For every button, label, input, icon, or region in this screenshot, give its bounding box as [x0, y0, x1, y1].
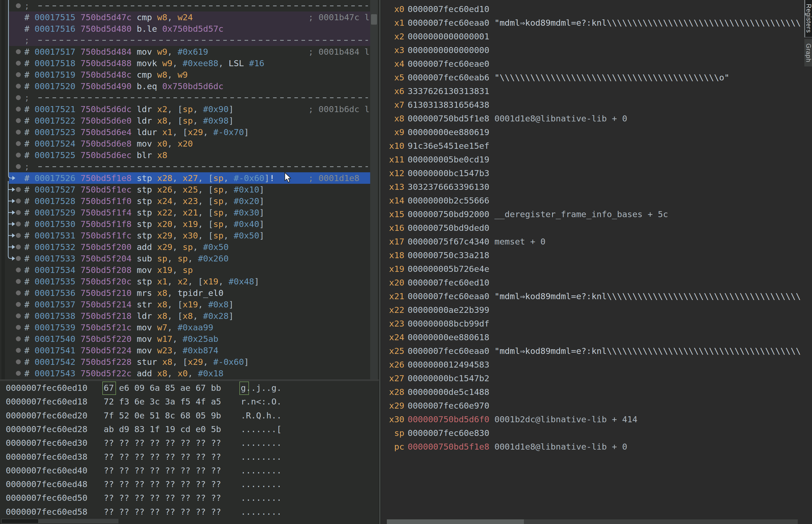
- hex-horizontal-scrollbar[interactable]: [0, 519, 379, 524]
- register-name: x24: [381, 330, 404, 344]
- register-row: x2700000000bc1547b2: [381, 372, 804, 385]
- register-name: x1: [381, 16, 404, 30]
- disasm-line[interactable]: # 00017541 750bd5f224 mov w23, #0xb874: [9, 345, 370, 356]
- disasm-line[interactable]: # 00017530 750bd5f1f8 stp x20, x19, [sp,…: [9, 218, 370, 230]
- hex-row[interactable]: 0000007fec60ed40?? ?? ?? ?? ?? ?? ?? ??.…: [0, 463, 379, 477]
- disasm-line[interactable]: # 00017520 750bd5d490 b.eq 0x750bd5d6dc: [9, 80, 370, 92]
- register-name: x7: [381, 98, 404, 112]
- register-value: 0000007fec60eab6: [408, 72, 489, 82]
- hex-row[interactable]: 0000007fec60ed28ab d9 83 1f 19 cd e0 5b.…: [0, 422, 379, 436]
- hex-address: 0000007fec60ed40: [6, 463, 87, 477]
- register-name: x14: [381, 194, 404, 207]
- hex-row[interactable]: 0000007fec60ed50?? ?? ?? ?? ?? ?? ?? ??.…: [0, 491, 379, 505]
- register-name: x30: [381, 412, 404, 426]
- register-row: x23000000008bcb99df: [381, 317, 804, 330]
- register-string: "mdml⇒kod89mdml=e?:knl\\\\\\\\\\\\\\\\\\…: [494, 18, 801, 28]
- disasm-line[interactable]: # 00017537 750bd5f214 str x8, [x19, #0x8…: [9, 299, 370, 310]
- hex-bytes: ab d9 83 1f 19 cd e0 5b: [104, 422, 221, 436]
- scrollbar-track[interactable]: [38, 519, 118, 523]
- register-name: x28: [381, 385, 404, 399]
- register-row: x250000007fec60eaa0 "mdml⇒kod89mdml=e?:k…: [381, 344, 804, 358]
- hex-row[interactable]: 0000007fec60ed1067 e6 09 6a 85 ae 67 bbg…: [0, 381, 379, 395]
- disasm-line[interactable]: # 00017532 750bd5f200 add x29, sp, #0x50: [9, 241, 370, 253]
- block-divider-dashes: [38, 97, 368, 98]
- hex-row[interactable]: 0000007fec60ed30?? ?? ?? ?? ?? ?? ?? ??.…: [0, 436, 379, 449]
- disasm-line[interactable]: # 00017538 750bd5f218 ldr x8, [x8, #0x28…: [9, 310, 370, 322]
- register-value: 0000000000000001: [408, 31, 489, 41]
- disasm-separator[interactable]: ;: [9, 0, 370, 12]
- tab-graph[interactable]: Graph: [804, 39, 812, 66]
- disasm-line[interactable]: # 00017536 750bd5f210 mrs x8, tpidr_el0: [9, 287, 370, 299]
- register-value: 0000007fec60eaa0: [408, 346, 489, 356]
- disasm-separator[interactable]: ;: [9, 34, 370, 46]
- scrollbar-thumb[interactable]: [371, 14, 377, 24]
- hex-row[interactable]: 0000007fec60ed207f 52 0e 51 8c 68 05 9b.…: [0, 409, 379, 422]
- hex-ascii: .R.Q.h..: [241, 409, 281, 422]
- disasm-line[interactable]: # 00017528 750bd5f1f0 stp x24, x23, [sp,…: [9, 195, 370, 207]
- register-value: 000000750c33a218: [408, 250, 489, 260]
- disasm-line[interactable]: # 00017525 750bd5d6ec blr x8: [9, 149, 370, 161]
- disassembly-pane: ;# 00017515 750bd5d47c cmp w8, w24; 0001…: [0, 0, 379, 379]
- hex-row[interactable]: 0000007fec60ed58?? ?? ?? ?? ?? ?? ?? ??.…: [0, 505, 379, 519]
- block-divider-dashes: [38, 40, 368, 41]
- disasm-line[interactable]: # 00017519 750bd5d48c cmp w8, w9: [9, 69, 370, 80]
- hex-address: 0000007fec60ed18: [6, 395, 87, 408]
- hex-bytes: ?? ?? ?? ?? ?? ?? ?? ??: [104, 505, 221, 519]
- disasm-line[interactable]: # 00017518 750bd5d488 movk w9, #0xee88, …: [9, 58, 370, 69]
- disasm-line[interactable]: # 00017542 750bd5f228 stur x8, [x29, #-0…: [9, 356, 370, 367]
- register-string: "\\\\\\\\\\\\\\\\\\\\\\\\\\\\\\\\\\\\\\\…: [494, 72, 729, 82]
- register-name: x0: [381, 2, 404, 16]
- disasm-line[interactable]: # 00017515 750bd5d47c cmp w8, w24; 0001b…: [9, 12, 370, 23]
- hex-address: 0000007fec60ed10: [6, 381, 87, 395]
- disasm-vertical-scrollbar[interactable]: [370, 0, 378, 379]
- register-row: x210000007fec60eaa0 "mdml⇒kod89mdml=e?:k…: [381, 289, 804, 303]
- disasm-line[interactable]: # 00017531 750bd5f1fc stp x29, x30, [sp,…: [9, 230, 370, 241]
- disasm-line[interactable]: # 00017527 750bd5f1ec stp x26, x25, [sp,…: [9, 184, 370, 195]
- disasm-line[interactable]: # 00017523 750bd5d6e4 ldur x1, [x29, #-0…: [9, 126, 370, 138]
- hex-row[interactable]: 0000007fec60ed1872 f3 6e 3c 3a f5 4f a5r…: [0, 395, 379, 408]
- register-row: x00000007fec60ed10: [381, 2, 804, 16]
- disasm-comment: ; 0001b6dc l: [308, 103, 370, 115]
- register-name: pc: [381, 440, 404, 454]
- hex-address: 0000007fec60ed28: [6, 422, 87, 436]
- register-value: 00000000bc1547b2: [408, 373, 489, 383]
- disasm-line[interactable]: # 00017529 750bd5f1f4 stp x22, x21, [sp,…: [9, 207, 370, 218]
- scrollbar-thumb[interactable]: [1, 519, 38, 523]
- register-name: x29: [381, 399, 404, 412]
- disasm-line[interactable]: # 00017535 750bd5f20c stp x1, x2, [x19, …: [9, 276, 370, 287]
- disasm-separator[interactable]: ;: [9, 92, 370, 103]
- register-name: x11: [381, 152, 404, 166]
- disasm-line[interactable]: # 00017540 750bd5f220 mov w17, #0x25ab: [9, 333, 370, 345]
- hex-bytes: ?? ?? ?? ?? ?? ?? ?? ??: [104, 463, 221, 477]
- register-value: 3032376663396130: [408, 182, 489, 192]
- disasm-separator[interactable]: ;: [9, 161, 370, 172]
- hex-ascii: ........: [241, 477, 281, 491]
- scrollbar-thumb[interactable]: [387, 519, 524, 524]
- disasm-line[interactable]: # 00017539 750bd5f21c mov w7, #0xaa99: [9, 322, 370, 333]
- hex-bytes: ?? ?? ?? ?? ?? ?? ?? ??: [104, 491, 221, 505]
- hex-address: 0000007fec60ed30: [6, 436, 87, 449]
- disasm-line[interactable]: # 00017524 750bd5d6e8 mov x0, x20: [9, 138, 370, 149]
- disasm-line[interactable]: # 00017522 750bd5d6e0 ldr x8, [sp, #0x98…: [9, 115, 370, 126]
- disasm-line[interactable]: # 00017521 750bd5d6dc ldr x2, [sp, #0x90…: [9, 103, 370, 115]
- disasm-line[interactable]: # 00017534 750bd5f208 mov x19, sp: [9, 264, 370, 276]
- disasm-line[interactable]: # 00017526 750bd5f1e8 stp x28, x27, [sp,…: [9, 172, 370, 184]
- tab-registers[interactable]: Registers: [804, 0, 812, 37]
- register-value: 0000000012494583: [408, 360, 489, 370]
- disasm-line[interactable]: # 00017517 750bd5d484 mov w9, #0x619; 00…: [9, 46, 370, 58]
- register-name: x19: [381, 262, 404, 276]
- hex-address: 0000007fec60ed50: [6, 491, 87, 505]
- registers-horizontal-scrollbar[interactable]: [381, 519, 804, 524]
- hex-row[interactable]: 0000007fec60ed38?? ?? ?? ?? ?? ?? ?? ??.…: [0, 450, 379, 463]
- register-row: x8000000750bd5f1e8 0001d1e8@libnative-li…: [381, 112, 804, 125]
- register-annotation: __deregister_frame_info_bases + 5c: [494, 209, 668, 219]
- hex-row[interactable]: 0000007fec60ed48?? ?? ?? ?? ?? ?? ?? ??.…: [0, 477, 379, 491]
- disasm-line[interactable]: # 00017516 750bd5d480 b.le 0x750bd5d57c: [9, 23, 370, 34]
- disasm-line[interactable]: # 00017533 750bd5f204 sub sp, sp, #0x260: [9, 253, 370, 264]
- register-row: x15000000750bd92000 __deregister_frame_i…: [381, 207, 804, 221]
- vertical-pane-divider[interactable]: [379, 0, 381, 524]
- side-tab-strip: Registers Graph: [804, 0, 812, 524]
- hex-address: 0000007fec60ed38: [6, 450, 87, 463]
- disasm-line[interactable]: # 00017543 750bd5f22c add x8, x0, #0x18: [9, 367, 370, 379]
- hex-ascii: ........: [241, 450, 281, 463]
